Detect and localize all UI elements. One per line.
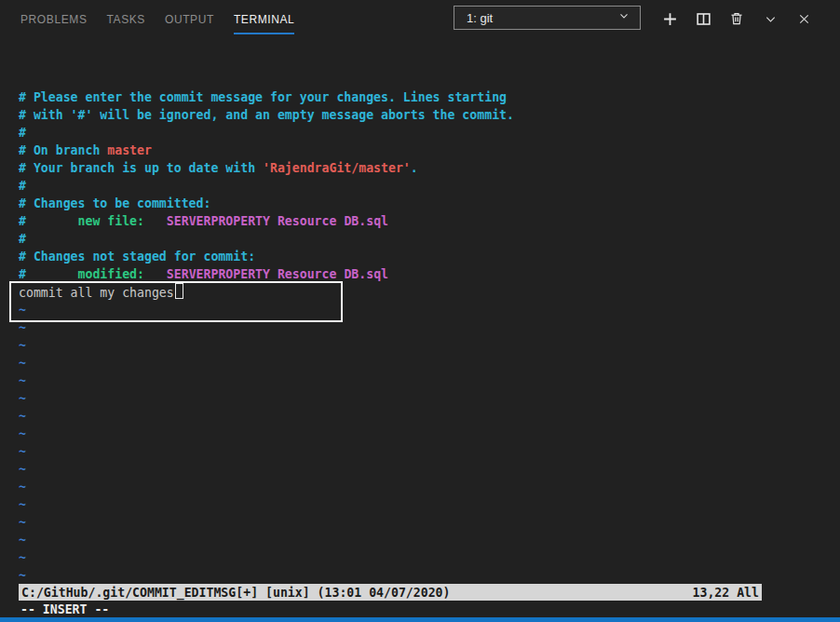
terminal-content[interactable]: # Please enter the commit message for yo… xyxy=(0,42,840,617)
terminal-line: ~ xyxy=(19,301,514,318)
terminal-line: ~ xyxy=(19,407,514,425)
tab-output[interactable]: OUTPUT xyxy=(165,13,214,34)
terminal-line: ~ xyxy=(19,566,514,584)
terminal-line: ~ xyxy=(19,372,514,389)
terminal-line: ~ xyxy=(19,548,514,566)
terminal-line: # xyxy=(19,230,514,248)
terminal-line: ~ xyxy=(19,531,514,548)
new-terminal-button[interactable] xyxy=(653,5,686,33)
terminal-line: # Your branch is up to date with 'Rajend… xyxy=(19,159,514,177)
vim-cursor xyxy=(175,283,183,299)
terminal-line: # Please enter the commit message for yo… xyxy=(19,88,514,106)
chevron-down-icon xyxy=(764,12,778,26)
tab-problems[interactable]: PROBLEMS xyxy=(20,13,88,34)
terminal-line: # xyxy=(19,177,514,195)
terminal-line: ~ xyxy=(19,495,514,513)
terminal-line: # xyxy=(19,124,514,142)
terminal-line: ~ xyxy=(19,336,514,354)
terminal-line: ~ xyxy=(19,460,514,478)
kill-terminal-button[interactable] xyxy=(720,5,753,33)
terminal-line: ~ xyxy=(19,354,514,372)
terminal-line: ~ xyxy=(19,425,514,442)
terminal-selector-dropdown[interactable]: 1: git xyxy=(454,6,641,30)
split-terminal-button[interactable] xyxy=(686,5,720,33)
statusline-filename: C:/GitHub/.git/COMMIT_EDITMSG[+] [unix] … xyxy=(21,586,451,600)
more-actions-button[interactable] xyxy=(753,5,787,33)
terminal-line: # Changes to be committed: xyxy=(19,195,514,212)
plus-icon xyxy=(662,11,678,27)
split-terminal-icon xyxy=(696,11,711,27)
terminal-line: # new file: SERVERPROPERTY Resource DB.s… xyxy=(19,212,514,230)
vim-mode-indicator: -- INSERT -- xyxy=(20,601,109,618)
terminal-selector-value: 1: git xyxy=(467,11,493,25)
tab-terminal[interactable]: TERMINAL xyxy=(234,13,294,34)
vscode-statusbar xyxy=(0,617,840,622)
terminal-line: ~ xyxy=(19,478,514,495)
vim-statusline: C:/GitHub/.git/COMMIT_EDITMSG[+] [unix] … xyxy=(19,584,762,601)
terminal-line: ~ xyxy=(19,389,514,407)
terminal-line: commit all my changes xyxy=(19,283,514,301)
statusline-cursor-position: 13,22 All xyxy=(693,586,759,600)
terminal-line: # On branch master xyxy=(19,142,514,159)
close-icon xyxy=(797,12,811,26)
terminal-line: # modified: SERVERPROPERTY Resource DB.s… xyxy=(19,265,514,283)
close-panel-button[interactable] xyxy=(787,5,820,33)
terminal-line: # Changes not staged for commit: xyxy=(19,248,514,265)
chevron-down-icon xyxy=(617,9,630,26)
tab-tasks[interactable]: TASKS xyxy=(107,13,145,34)
terminal-line: # with '#' will be ignored, and an empty… xyxy=(19,106,514,124)
terminal-line: ~ xyxy=(19,318,514,336)
panel-tabs: PROBLEMSTASKSOUTPUTTERMINAL xyxy=(0,0,294,34)
panel-actions xyxy=(653,4,820,34)
terminal-line: ~ xyxy=(19,442,514,460)
terminal-lines: # Please enter the commit message for yo… xyxy=(19,88,514,584)
terminal-line: ~ xyxy=(19,513,514,531)
trash-icon xyxy=(729,11,744,26)
